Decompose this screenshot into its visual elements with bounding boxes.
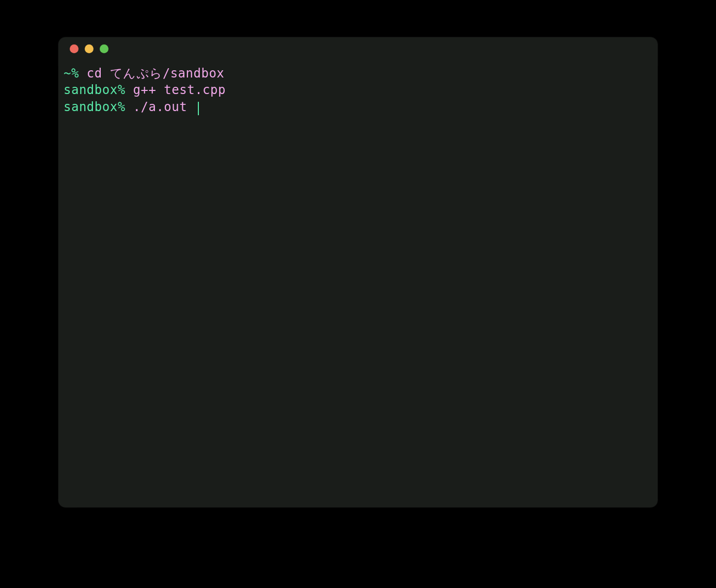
titlebar bbox=[58, 37, 658, 60]
shell-command: cd てんぷら/sandbox bbox=[87, 66, 224, 81]
shell-prompt: sandbox% bbox=[64, 100, 133, 114]
maximize-icon[interactable] bbox=[100, 44, 108, 53]
cursor-icon bbox=[198, 102, 199, 115]
terminal-window[interactable]: ~% cd てんぷら/sandbox sandbox% g++ test.cpp… bbox=[58, 37, 658, 507]
shell-command: ./a.out bbox=[133, 100, 195, 114]
terminal-line: ~% cd てんぷら/sandbox bbox=[64, 65, 652, 82]
terminal-line: sandbox% g++ test.cpp bbox=[64, 82, 652, 98]
terminal-body[interactable]: ~% cd てんぷら/sandbox sandbox% g++ test.cpp… bbox=[58, 60, 658, 507]
terminal-line: sandbox% ./a.out bbox=[64, 99, 652, 115]
shell-prompt: sandbox% bbox=[64, 83, 133, 97]
shell-prompt: ~% bbox=[64, 66, 87, 81]
minimize-icon[interactable] bbox=[85, 44, 94, 53]
shell-command: g++ test.cpp bbox=[133, 83, 226, 97]
close-icon[interactable] bbox=[70, 44, 79, 53]
